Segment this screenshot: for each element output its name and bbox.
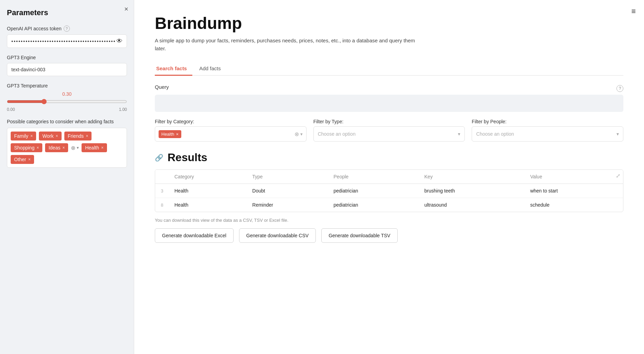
results-table: Category Type People Key Value 3 Health …: [155, 170, 623, 212]
table-row: 8 Health Reminder pediatrician ultrasoun…: [155, 198, 623, 212]
row-num: 3: [155, 184, 169, 198]
results-table-wrap: ⤢ Category Type People Key Value 3 Healt…: [155, 169, 623, 212]
close-button[interactable]: ×: [124, 6, 128, 12]
filter-people-group: Filter by People: Choose an option ▾: [472, 119, 623, 142]
filter-category-controls: ⊗ ▾: [294, 131, 303, 137]
results-title: Results: [168, 151, 207, 164]
tag-work-remove[interactable]: ×: [56, 134, 58, 138]
download-buttons: Generate downloadable Excel Generate dow…: [155, 228, 623, 243]
tags-clear-icon[interactable]: ⊗: [71, 145, 75, 151]
filter-type-label: Filter by Type:: [313, 119, 465, 124]
temp-label: GPT3 Temperature: [7, 83, 127, 88]
row-type: Reminder: [247, 198, 328, 212]
expand-icon[interactable]: ⤢: [616, 173, 620, 179]
menu-icon[interactable]: ≡: [631, 7, 636, 16]
col-header-value: Value: [525, 170, 623, 184]
tags-area: Family × Work × Friends × Shopping × Ide…: [7, 128, 127, 168]
temp-value: 0.30: [7, 91, 127, 97]
tabs-bar: Search facts Add facts: [155, 62, 623, 76]
col-header-people: People: [328, 170, 419, 184]
tag-shopping: Shopping ×: [11, 143, 42, 152]
tag-health-remove[interactable]: ×: [101, 145, 104, 150]
filter-people-chevron-icon: ▾: [616, 131, 619, 137]
engine-label: GPT3 Engine: [7, 55, 127, 60]
download-note: You can download this view of the data a…: [155, 218, 623, 223]
slider-min: 0.00: [7, 107, 15, 112]
eye-icon[interactable]: 👁: [116, 38, 122, 45]
sidebar-title: Parameters: [7, 8, 127, 17]
main-content: ≡ Braindump A simple app to dump your fa…: [134, 0, 644, 354]
tag-other-remove[interactable]: ×: [28, 157, 31, 162]
row-people: pediatrician: [328, 198, 419, 212]
filter-people-placeholder: Choose an option: [476, 131, 514, 137]
tag-family: Family ×: [11, 132, 36, 140]
filter-category-clear-icon[interactable]: ⊗: [294, 131, 299, 137]
col-header-category: Category: [169, 170, 247, 184]
query-input[interactable]: [155, 95, 623, 112]
tag-shopping-remove[interactable]: ×: [36, 145, 39, 150]
filters-row: Filter by Category: Health × ⊗ ▾ Filter …: [155, 119, 623, 142]
engine-input[interactable]: [7, 63, 127, 76]
table-header-row: Category Type People Key Value: [155, 170, 623, 184]
app-title: Braindump: [155, 14, 623, 33]
filter-people-select[interactable]: Choose an option ▾: [472, 126, 623, 142]
filter-category-tag: Health ×: [159, 130, 181, 138]
slider-minmax: 0.00 1.00: [7, 107, 127, 112]
app-description: A simple app to dump your facts, reminde…: [155, 37, 416, 52]
tag-work: Work ×: [39, 132, 61, 140]
row-value: schedule: [525, 198, 623, 212]
filter-category-tag-remove[interactable]: ×: [176, 132, 179, 137]
row-category: Health: [169, 198, 247, 212]
row-type: Doubt: [247, 184, 328, 198]
tag-other: Other ×: [11, 155, 34, 164]
slider-max: 1.00: [119, 107, 127, 112]
tag-friends-remove[interactable]: ×: [86, 134, 88, 138]
filter-category-group: Filter by Category: Health × ⊗ ▾: [155, 119, 307, 142]
query-help-icon[interactable]: ?: [616, 85, 623, 92]
filter-people-label: Filter by People:: [472, 119, 623, 124]
filter-type-group: Filter by Type: Choose an option ▾: [313, 119, 465, 142]
filter-category-select[interactable]: Health × ⊗ ▾: [155, 126, 307, 142]
link-icon[interactable]: 🔗: [155, 154, 163, 162]
download-csv-button[interactable]: Generate downloadable CSV: [239, 228, 316, 243]
token-input-wrap: ••••••••••••••••••••••••••••••••••••••••…: [7, 34, 127, 48]
tab-add-facts[interactable]: Add facts: [198, 62, 226, 76]
tag-friends: Friends ×: [64, 132, 92, 140]
filter-type-select[interactable]: Choose an option ▾: [313, 126, 465, 142]
filter-type-chevron-icon: ▾: [458, 131, 460, 137]
table-row: 3 Health Doubt pediatrician brushing tee…: [155, 184, 623, 198]
download-excel-button[interactable]: Generate downloadable Excel: [155, 228, 234, 243]
temp-slider-wrap: [7, 99, 127, 106]
query-label: Query: [155, 84, 169, 90]
tag-family-remove[interactable]: ×: [30, 134, 33, 138]
tags-dropdown-control[interactable]: ⊗ ▾: [71, 145, 79, 151]
row-people: pediatrician: [328, 184, 419, 198]
query-label-row: Query ?: [155, 84, 623, 93]
tags-chevron-icon: ▾: [77, 145, 79, 150]
tab-search-facts[interactable]: Search facts: [155, 62, 192, 76]
filter-category-chevron-icon: ▾: [300, 132, 303, 137]
col-header-key: Key: [419, 170, 525, 184]
col-header-type: Type: [247, 170, 328, 184]
col-header-num: [155, 170, 169, 184]
tag-ideas: Ideas ×: [45, 143, 68, 152]
temp-slider[interactable]: [7, 99, 127, 104]
filter-type-placeholder: Choose an option: [318, 131, 356, 137]
row-key: ultrasound: [419, 198, 525, 212]
tag-health: Health ×: [82, 143, 107, 152]
results-header: 🔗 Results: [155, 151, 623, 164]
row-num: 8: [155, 198, 169, 212]
token-label: OpenAI API access token ?: [7, 25, 127, 32]
download-tsv-button[interactable]: Generate downloadable TSV: [321, 228, 398, 243]
row-key: brushing teeth: [419, 184, 525, 198]
sidebar: × Parameters OpenAI API access token ? •…: [0, 0, 134, 354]
categories-label: Possible categories to consider when add…: [7, 119, 127, 124]
token-dots: ••••••••••••••••••••••••••••••••••••••••…: [11, 39, 116, 44]
token-help-icon[interactable]: ?: [64, 25, 70, 32]
row-value: when to start: [525, 184, 623, 198]
filter-category-label: Filter by Category:: [155, 119, 307, 124]
row-category: Health: [169, 184, 247, 198]
tag-ideas-remove[interactable]: ×: [62, 145, 65, 150]
